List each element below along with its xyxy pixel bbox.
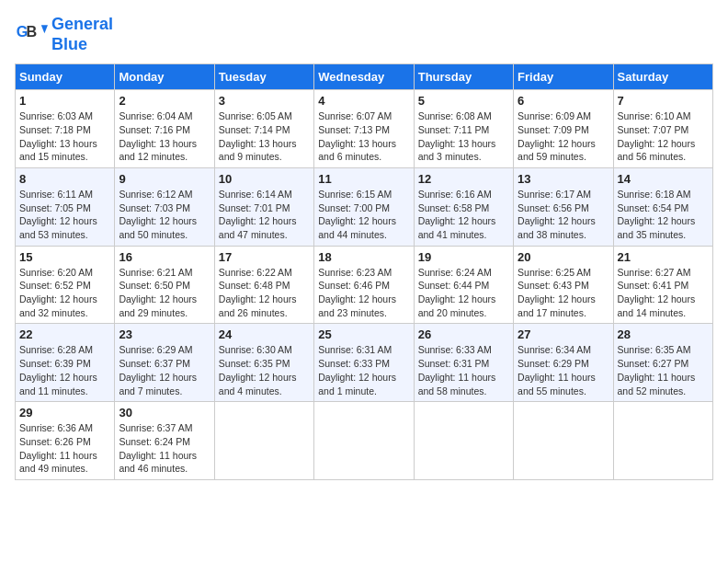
day-info: Sunrise: 6:29 AM Sunset: 6:37 PM Dayligh… bbox=[119, 343, 210, 397]
day-number: 14 bbox=[618, 172, 709, 186]
calendar-week-row: 8 Sunrise: 6:11 AM Sunset: 7:05 PM Dayli… bbox=[16, 167, 713, 246]
calendar-cell bbox=[514, 402, 613, 480]
calendar-cell bbox=[414, 402, 513, 480]
day-info: Sunrise: 6:15 AM Sunset: 7:00 PM Dayligh… bbox=[318, 188, 409, 242]
day-number: 8 bbox=[19, 172, 110, 186]
svg-marker-2 bbox=[41, 25, 48, 33]
day-number: 24 bbox=[219, 327, 310, 341]
header-cell-monday: Monday bbox=[115, 64, 214, 90]
day-info: Sunrise: 6:33 AM Sunset: 6:31 PM Dayligh… bbox=[418, 343, 509, 397]
day-number: 28 bbox=[618, 327, 709, 341]
header-cell-friday: Friday bbox=[514, 64, 613, 90]
calendar-cell: 2 Sunrise: 6:04 AM Sunset: 7:16 PM Dayli… bbox=[115, 90, 214, 168]
day-info: Sunrise: 6:14 AM Sunset: 7:01 PM Dayligh… bbox=[219, 188, 310, 242]
day-number: 16 bbox=[119, 250, 210, 264]
day-number: 17 bbox=[219, 250, 310, 264]
calendar-week-row: 29 Sunrise: 6:36 AM Sunset: 6:26 PM Dayl… bbox=[16, 402, 713, 480]
day-info: Sunrise: 6:08 AM Sunset: 7:11 PM Dayligh… bbox=[418, 109, 509, 164]
day-info: Sunrise: 6:07 AM Sunset: 7:13 PM Dayligh… bbox=[318, 109, 409, 164]
svg-text:B: B bbox=[27, 22, 38, 39]
header-cell-wednesday: Wednesday bbox=[314, 64, 414, 90]
calendar-cell: 7 Sunrise: 6:10 AM Sunset: 7:07 PM Dayli… bbox=[613, 90, 712, 168]
day-info: Sunrise: 6:30 AM Sunset: 6:35 PM Dayligh… bbox=[219, 343, 310, 397]
calendar-cell bbox=[314, 402, 414, 480]
day-number: 1 bbox=[19, 94, 110, 108]
day-info: Sunrise: 6:24 AM Sunset: 6:44 PM Dayligh… bbox=[418, 266, 509, 320]
day-number: 18 bbox=[318, 250, 409, 264]
day-number: 11 bbox=[318, 172, 409, 186]
calendar-cell bbox=[613, 402, 712, 480]
calendar-cell: 24 Sunrise: 6:30 AM Sunset: 6:35 PM Dayl… bbox=[214, 324, 313, 402]
day-number: 4 bbox=[318, 94, 409, 108]
day-number: 13 bbox=[518, 172, 609, 186]
day-info: Sunrise: 6:16 AM Sunset: 6:58 PM Dayligh… bbox=[418, 188, 509, 242]
day-info: Sunrise: 6:03 AM Sunset: 7:18 PM Dayligh… bbox=[19, 109, 110, 164]
header-cell-tuesday: Tuesday bbox=[214, 64, 313, 90]
calendar-cell: 5 Sunrise: 6:08 AM Sunset: 7:11 PM Dayli… bbox=[414, 90, 513, 168]
day-number: 7 bbox=[618, 94, 709, 108]
calendar-cell: 26 Sunrise: 6:33 AM Sunset: 6:31 PM Dayl… bbox=[414, 324, 513, 402]
day-number: 20 bbox=[518, 250, 609, 264]
day-info: Sunrise: 6:25 AM Sunset: 6:43 PM Dayligh… bbox=[518, 266, 609, 320]
header-cell-saturday: Saturday bbox=[613, 64, 712, 90]
calendar-cell: 13 Sunrise: 6:17 AM Sunset: 6:56 PM Dayl… bbox=[514, 167, 613, 246]
logo-text-line1: General bbox=[51, 15, 113, 35]
day-info: Sunrise: 6:35 AM Sunset: 6:27 PM Dayligh… bbox=[618, 343, 709, 397]
calendar-cell: 6 Sunrise: 6:09 AM Sunset: 7:09 PM Dayli… bbox=[514, 90, 613, 168]
calendar-cell: 16 Sunrise: 6:21 AM Sunset: 6:50 PM Dayl… bbox=[115, 246, 214, 324]
calendar-cell: 10 Sunrise: 6:14 AM Sunset: 7:01 PM Dayl… bbox=[214, 167, 313, 246]
calendar-cell: 14 Sunrise: 6:18 AM Sunset: 6:54 PM Dayl… bbox=[613, 167, 712, 246]
day-info: Sunrise: 6:20 AM Sunset: 6:52 PM Dayligh… bbox=[19, 266, 110, 320]
calendar-cell: 25 Sunrise: 6:31 AM Sunset: 6:33 PM Dayl… bbox=[314, 324, 414, 402]
day-number: 21 bbox=[618, 250, 709, 264]
day-info: Sunrise: 6:09 AM Sunset: 7:09 PM Dayligh… bbox=[518, 109, 609, 164]
calendar-cell: 17 Sunrise: 6:22 AM Sunset: 6:48 PM Dayl… bbox=[214, 246, 313, 324]
day-info: Sunrise: 6:28 AM Sunset: 6:39 PM Dayligh… bbox=[19, 343, 110, 397]
day-number: 22 bbox=[19, 327, 110, 341]
day-number: 12 bbox=[418, 172, 509, 186]
day-number: 6 bbox=[518, 94, 609, 108]
day-info: Sunrise: 6:12 AM Sunset: 7:03 PM Dayligh… bbox=[119, 188, 210, 242]
day-info: Sunrise: 6:18 AM Sunset: 6:54 PM Dayligh… bbox=[618, 188, 709, 242]
day-info: Sunrise: 6:36 AM Sunset: 6:26 PM Dayligh… bbox=[19, 421, 110, 476]
calendar-cell bbox=[214, 402, 313, 480]
day-number: 26 bbox=[418, 327, 509, 341]
calendar-cell: 27 Sunrise: 6:34 AM Sunset: 6:29 PM Dayl… bbox=[514, 324, 613, 402]
calendar-cell: 18 Sunrise: 6:23 AM Sunset: 6:46 PM Dayl… bbox=[314, 246, 414, 324]
day-info: Sunrise: 6:31 AM Sunset: 6:33 PM Dayligh… bbox=[318, 343, 409, 397]
calendar-table: SundayMondayTuesdayWednesdayThursdayFrid… bbox=[15, 63, 713, 480]
calendar-cell: 29 Sunrise: 6:36 AM Sunset: 6:26 PM Dayl… bbox=[16, 402, 115, 480]
calendar-cell: 30 Sunrise: 6:37 AM Sunset: 6:24 PM Dayl… bbox=[115, 402, 214, 480]
calendar-cell: 23 Sunrise: 6:29 AM Sunset: 6:37 PM Dayl… bbox=[115, 324, 214, 402]
calendar-cell: 19 Sunrise: 6:24 AM Sunset: 6:44 PM Dayl… bbox=[414, 246, 513, 324]
day-info: Sunrise: 6:27 AM Sunset: 6:41 PM Dayligh… bbox=[618, 266, 709, 320]
day-number: 9 bbox=[119, 172, 210, 186]
logo-text-line2: Blue bbox=[51, 35, 113, 55]
calendar-cell: 8 Sunrise: 6:11 AM Sunset: 7:05 PM Dayli… bbox=[16, 167, 115, 246]
header-cell-thursday: Thursday bbox=[414, 64, 513, 90]
day-number: 5 bbox=[418, 94, 509, 108]
day-info: Sunrise: 6:37 AM Sunset: 6:24 PM Dayligh… bbox=[119, 421, 210, 476]
day-number: 19 bbox=[418, 250, 509, 264]
day-info: Sunrise: 6:23 AM Sunset: 6:46 PM Dayligh… bbox=[318, 266, 409, 320]
day-info: Sunrise: 6:10 AM Sunset: 7:07 PM Dayligh… bbox=[618, 109, 709, 164]
logo-icon: G B bbox=[15, 18, 48, 52]
day-info: Sunrise: 6:22 AM Sunset: 6:48 PM Dayligh… bbox=[219, 266, 310, 320]
day-number: 23 bbox=[119, 327, 210, 341]
header: G B General Blue bbox=[15, 15, 713, 54]
calendar-cell: 20 Sunrise: 6:25 AM Sunset: 6:43 PM Dayl… bbox=[514, 246, 613, 324]
calendar-cell: 9 Sunrise: 6:12 AM Sunset: 7:03 PM Dayli… bbox=[115, 167, 214, 246]
day-number: 30 bbox=[119, 406, 210, 419]
day-info: Sunrise: 6:11 AM Sunset: 7:05 PM Dayligh… bbox=[19, 188, 110, 242]
day-number: 27 bbox=[518, 327, 609, 341]
day-info: Sunrise: 6:04 AM Sunset: 7:16 PM Dayligh… bbox=[119, 109, 210, 164]
calendar-week-row: 22 Sunrise: 6:28 AM Sunset: 6:39 PM Dayl… bbox=[16, 324, 713, 402]
calendar-cell: 3 Sunrise: 6:05 AM Sunset: 7:14 PM Dayli… bbox=[214, 90, 313, 168]
calendar-week-row: 1 Sunrise: 6:03 AM Sunset: 7:18 PM Dayli… bbox=[16, 90, 713, 168]
calendar-cell: 21 Sunrise: 6:27 AM Sunset: 6:41 PM Dayl… bbox=[613, 246, 712, 324]
header-cell-sunday: Sunday bbox=[16, 64, 115, 90]
day-number: 10 bbox=[219, 172, 310, 186]
day-number: 2 bbox=[119, 94, 210, 108]
calendar-header-row: SundayMondayTuesdayWednesdayThursdayFrid… bbox=[16, 64, 713, 90]
day-number: 15 bbox=[19, 250, 110, 264]
